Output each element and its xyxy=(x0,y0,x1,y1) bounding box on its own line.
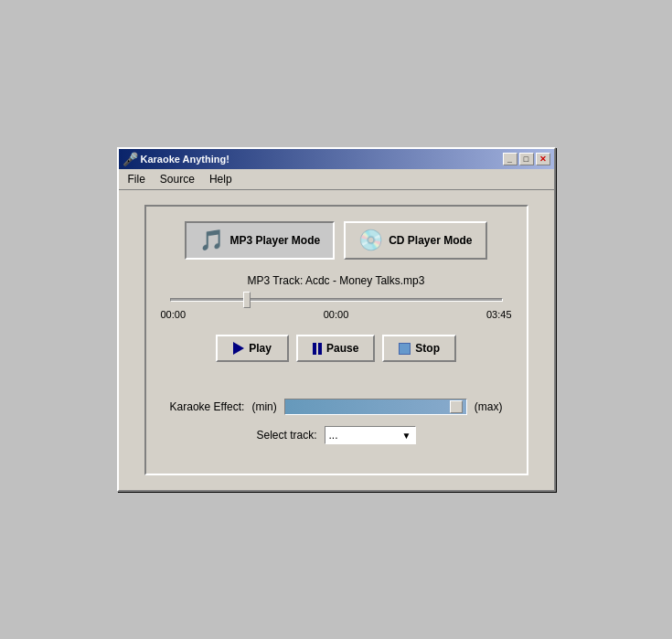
time-center: 00:00 xyxy=(324,309,349,320)
track-info: MP3 Track: Acdc - Money Talks.mp3 xyxy=(161,274,512,287)
cd-mode-label: CD Player Mode xyxy=(389,234,472,247)
progress-thumb[interactable] xyxy=(243,292,251,308)
close-button[interactable]: ✕ xyxy=(536,153,550,165)
karaoke-row: Karaoke Effect: (min) (max) xyxy=(161,399,512,415)
window-title: Karaoke Anything! xyxy=(141,154,229,165)
pause-label: Pause xyxy=(326,342,358,355)
track-select-dropdown[interactable]: ... ▼ xyxy=(325,426,416,444)
karaoke-slider[interactable] xyxy=(284,399,467,415)
stop-label: Stop xyxy=(415,342,440,355)
mp3-mode-label: MP3 Player Mode xyxy=(229,234,320,247)
menu-source[interactable]: Source xyxy=(155,171,200,187)
mode-buttons: 🎵 MP3 Player Mode 💿 CD Player Mode xyxy=(161,221,512,260)
music-note-icon: 🎵 xyxy=(199,229,224,252)
min-label: (min) xyxy=(251,400,276,413)
play-label: Play xyxy=(249,342,272,355)
cd-mode-button[interactable]: 💿 CD Player Mode xyxy=(344,221,486,260)
stop-button[interactable]: Stop xyxy=(382,335,456,362)
panel-inset: 🎵 MP3 Player Mode 💿 CD Player Mode MP3 T… xyxy=(144,205,528,475)
max-label: (max) xyxy=(475,400,503,413)
main-content: 🎵 MP3 Player Mode 💿 CD Player Mode MP3 T… xyxy=(119,190,554,490)
pause-icon xyxy=(313,343,322,355)
title-bar: 🎤 Karaoke Anything! _ □ ✕ xyxy=(119,149,554,169)
mp3-mode-button[interactable]: 🎵 MP3 Player Mode xyxy=(185,221,335,260)
pause-bar-2 xyxy=(318,343,322,355)
minimize-button[interactable]: _ xyxy=(503,153,517,165)
main-window: 🎤 Karaoke Anything! _ □ ✕ File Source He… xyxy=(117,147,556,492)
title-bar-left: 🎤 Karaoke Anything! xyxy=(123,152,229,166)
karaoke-effect-label: Karaoke Effect: xyxy=(170,400,245,413)
karaoke-section: Karaoke Effect: (min) (max) Select track… xyxy=(161,399,512,444)
menu-file[interactable]: File xyxy=(123,171,151,187)
menu-help[interactable]: Help xyxy=(204,171,238,187)
stop-icon xyxy=(399,343,411,355)
transport-buttons: Play Pause Stop xyxy=(161,335,512,362)
select-track-label: Select track: xyxy=(256,429,316,442)
dropdown-arrow-icon: ▼ xyxy=(402,431,411,441)
time-start: 00:00 xyxy=(161,309,187,320)
slider-thumb[interactable] xyxy=(450,400,463,413)
track-select-value: ... xyxy=(329,429,402,442)
cd-icon: 💿 xyxy=(358,229,383,252)
play-button[interactable]: Play xyxy=(216,335,289,362)
app-icon: 🎤 xyxy=(123,152,137,166)
progress-track[interactable] xyxy=(170,298,503,302)
time-display: 00:00 00:00 03:45 xyxy=(161,309,512,320)
menu-bar: File Source Help xyxy=(119,169,554,190)
track-info-text: MP3 Track: Acdc - Money Talks.mp3 xyxy=(248,274,425,287)
maximize-button[interactable]: □ xyxy=(519,153,534,165)
title-buttons: _ □ ✕ xyxy=(503,153,550,165)
time-end: 03:45 xyxy=(486,309,512,320)
pause-bar-1 xyxy=(313,343,316,355)
select-row: Select track: ... ▼ xyxy=(161,426,512,444)
play-icon xyxy=(233,342,244,355)
progress-container[interactable] xyxy=(170,298,503,302)
pause-button[interactable]: Pause xyxy=(296,335,375,362)
